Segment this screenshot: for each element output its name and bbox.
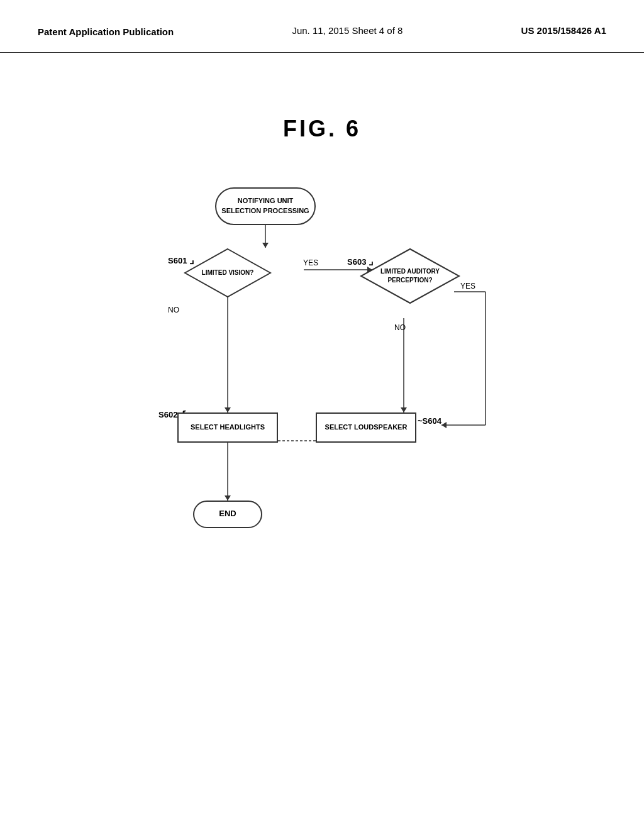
s603-question-text: LIMITED AUDITORY PERCEPTION?: [360, 248, 460, 304]
s602-process: SELECT HEADLIGHTS: [177, 412, 278, 443]
header-right: US 2015/158426 A1: [521, 25, 606, 36]
end-terminal: END: [193, 501, 262, 528]
s604-step-label: ~S604: [418, 416, 441, 426]
svg-marker-7: [401, 407, 407, 412]
svg-marker-11: [441, 422, 447, 428]
header-left: Patent Application Publication: [38, 25, 174, 40]
figure-title: FIG. 6: [0, 116, 644, 142]
date-sheet-label: Jun. 11, 2015 Sheet 4 of 8: [292, 25, 402, 36]
publication-label: Patent Application Publication: [38, 26, 174, 37]
flowchart-container: NOTIFYING UNIT SELECTION PROCESSING S601…: [133, 180, 511, 633]
s603-yes-label: YES: [460, 282, 475, 290]
s603-no-label: NO: [394, 323, 406, 332]
s601-yes-label: YES: [303, 258, 318, 267]
patent-number-label: US 2015/158426 A1: [521, 25, 606, 36]
start-terminal: NOTIFYING UNIT SELECTION PROCESSING: [215, 187, 316, 225]
s601-question-text: LIMITED VISION?: [184, 248, 272, 298]
page-header: Patent Application Publication Jun. 11, …: [0, 0, 644, 53]
header-center: Jun. 11, 2015 Sheet 4 of 8: [292, 25, 402, 36]
svg-marker-1: [262, 243, 269, 248]
start-label: NOTIFYING UNIT SELECTION PROCESSING: [221, 196, 309, 216]
s601-no-label: NO: [168, 306, 179, 314]
svg-marker-14: [225, 495, 231, 501]
s604-process: SELECT LOUDSPEAKER: [316, 412, 416, 443]
svg-marker-3: [225, 407, 231, 412]
